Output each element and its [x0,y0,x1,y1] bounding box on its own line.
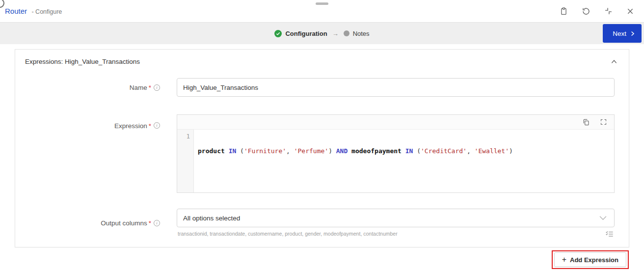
dialog-title: Router [5,7,27,15]
dialog-title-group: Router - Configure [5,7,62,16]
panel-title: Expressions: High_Value_Transactions [25,58,140,65]
expression-field-row: Expression*i [15,114,629,193]
stepper-bar: Configuration → Notes Next [0,23,644,44]
editor-toolbar [177,115,614,130]
info-icon[interactable]: i [154,84,160,91]
output-columns-row: Output columns*i All options selected tr… [15,209,629,237]
drag-handle[interactable] [316,2,328,5]
reset-icon [582,7,590,16]
name-field-area [177,78,615,97]
step-configuration[interactable]: Configuration [285,30,327,37]
chevron-right-icon [631,30,635,37]
multiselect-toggle-icon[interactable] [605,230,614,237]
step-notes[interactable]: Notes [353,30,370,37]
clipboard-icon [560,7,568,16]
name-input[interactable] [177,78,615,97]
editor-body: 1 product IN ('Furniture', 'Perfume') AN… [177,130,614,192]
expression-field-area: 1 product IN ('Furniture', 'Perfume') AN… [177,114,615,193]
required-mark: * [149,219,151,227]
collapse-icon [604,7,613,15]
name-field-row: Name*i [15,78,629,97]
dialog-subtitle: - Configure [31,8,62,15]
info-icon[interactable]: i [154,220,160,226]
panel-collapse-button[interactable] [609,57,619,65]
stepper-steps: Configuration → Notes [274,30,369,37]
info-icon[interactable]: i [154,122,160,129]
app-root: { "window": { "title": "Router", "subtit… [0,0,644,270]
titlebar-actions [559,6,635,17]
plus-icon: + [562,256,566,264]
output-columns-label-text: Output columns [101,219,147,227]
output-columns-select[interactable]: All options selected [177,209,615,227]
code-area[interactable]: product IN ('Furniture', 'Perfume') AND … [194,130,614,192]
copy-icon [582,118,590,126]
close-icon [626,7,634,15]
footer-actions: + Add Expression [0,250,629,269]
expand-editor-button[interactable] [599,117,608,127]
required-mark: * [149,122,151,130]
name-field-label: Name*i [15,78,177,97]
close-button[interactable] [625,6,635,16]
expression-field-label: Expression*i [15,114,177,193]
selected-columns-hint: transactionid, transactiondate, customer… [178,231,398,237]
panel-header: Expressions: High_Value_Transactions [15,50,629,65]
name-label-text: Name [130,84,147,91]
required-mark: * [149,84,151,91]
notes-pending-icon [344,30,349,36]
output-columns-value: All options selected [183,215,240,222]
expression-editor[interactable]: 1 product IN ('Furniture', 'Perfume') AN… [177,114,615,193]
fullscreen-icon [600,118,607,126]
line-number: 1 [186,133,190,140]
output-columns-field-area: All options selected transactionid, tran… [177,209,615,237]
add-expression-button[interactable]: + Add Expression [554,252,626,267]
expressions-panel: Expressions: High_Value_Transactions Nam… [15,49,629,247]
add-expression-label: Add Expression [570,256,618,264]
step-arrow: → [332,30,339,37]
chevron-up-icon [610,58,618,64]
next-button-label: Next [613,30,626,37]
line-number-gutter: 1 [177,130,194,192]
annotation-highlight: + Add Expression [552,250,629,269]
output-columns-hint-row: transactionid, transactiondate, customer… [177,227,615,237]
configuration-complete-icon [274,30,282,37]
chevron-down-icon [599,216,607,220]
collapse-window-button[interactable] [603,6,614,16]
next-button[interactable]: Next [603,24,642,43]
expression-label-text: Expression [114,122,147,130]
output-columns-label: Output columns*i [15,209,177,237]
code-line-content: product IN ('Furniture', 'Perfume') AND … [198,147,610,155]
copy-code-button[interactable] [581,117,591,127]
reset-button[interactable] [581,6,591,17]
notes-clipboard-button[interactable] [559,6,569,17]
